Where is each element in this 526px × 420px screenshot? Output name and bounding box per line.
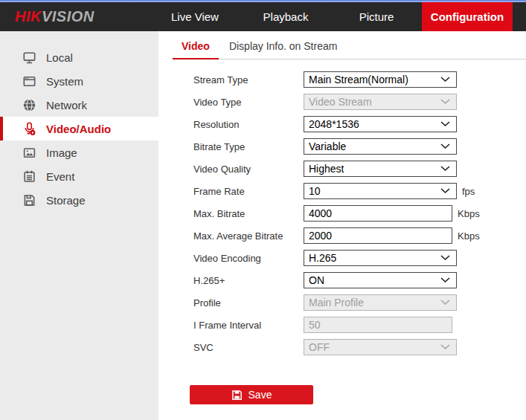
topbar: HIKVISION Live View Playback Picture Con…	[0, 2, 526, 31]
field-label: Bitrate Type	[193, 141, 304, 152]
field-control: 2048*1536	[304, 116, 457, 132]
resolution-select[interactable]: 2048*1536	[304, 116, 457, 132]
field-suffix: fps	[462, 186, 475, 197]
bitrate-type-row: Bitrate Type Variable	[158, 135, 526, 158]
field-control: OFF	[304, 339, 457, 355]
i-frame-interval-input	[304, 317, 452, 333]
chevron-down-icon	[440, 255, 452, 261]
h-265-select[interactable]: ON	[304, 272, 457, 288]
h-265-row: H.265+ ON	[158, 269, 526, 291]
tab-bar: Video Display Info. on Stream	[173, 31, 526, 59]
hikvision-config-screen: HIKVISION Live View Playback Picture Con…	[0, 0, 526, 420]
save-button-label: Save	[248, 389, 272, 401]
main-nav: Live View Playback Picture Configuration	[150, 2, 513, 31]
tab-display-info-on-stream[interactable]: Display Info. on Stream	[220, 40, 347, 59]
max-bitrate-input[interactable]	[304, 205, 452, 222]
nav-picture[interactable]: Picture	[331, 2, 422, 31]
storage-icon	[22, 193, 36, 207]
sidebar-item-label: System	[46, 75, 83, 88]
monitor-icon	[22, 51, 36, 65]
video-encoding-select[interactable]: H.265	[304, 250, 457, 266]
field-control: Main Stream(Normal)	[304, 71, 457, 88]
field-label: SVC	[193, 342, 304, 353]
field-suffix: Kbps	[458, 208, 480, 219]
content-panel: Video Display Info. on Stream Stream Typ…	[158, 31, 526, 420]
selected-value: Variable	[309, 140, 346, 152]
chevron-down-icon	[440, 143, 452, 149]
max-bitrate-row: Max. Bitrate Kbps	[158, 202, 526, 224]
field-control: Variable	[304, 138, 457, 155]
chevron-down-icon	[440, 277, 452, 283]
field-label: Video Quality	[193, 164, 304, 175]
sidebar-item-label: Network	[46, 99, 87, 112]
video-type-row: Video Type Video Stream	[158, 91, 526, 113]
frame-rate-row: Frame Rate 10 fps	[158, 180, 526, 202]
save-icon	[231, 390, 243, 401]
chevron-down-icon	[440, 166, 452, 172]
field-control: Main Profile	[304, 294, 457, 311]
field-control: H.265	[304, 250, 457, 266]
nav-live-view[interactable]: Live View	[150, 2, 240, 31]
chevron-down-icon	[440, 300, 452, 306]
chevron-down-icon	[440, 188, 452, 194]
sidebar-item-label: Video/Audio	[46, 123, 111, 135]
globe-icon	[22, 98, 36, 112]
selected-value: ON	[309, 274, 324, 286]
stream-type-select[interactable]: Main Stream(Normal)	[304, 71, 457, 88]
sidebar-item-label: Event	[46, 170, 74, 183]
microphone-icon	[22, 122, 36, 136]
sidebar-item-video-audio[interactable]: Video/Audio	[0, 117, 158, 140]
sidebar-item-local[interactable]: Local	[0, 45, 158, 69]
field-control	[304, 317, 452, 333]
selected-value: Video Stream	[309, 96, 372, 108]
page-body: Local System Network Video/Audio	[0, 31, 526, 420]
video-encoding-row: Video Encoding H.265	[158, 247, 526, 269]
profile-row: Profile Main Profile	[158, 291, 526, 314]
image-icon	[22, 146, 36, 160]
sidebar-item-network[interactable]: Network	[0, 93, 158, 117]
svc-select: OFF	[304, 339, 457, 355]
selected-value: Main Stream(Normal)	[309, 74, 408, 85]
field-label: Profile	[193, 297, 304, 308]
field-control: Video Stream	[304, 94, 457, 110]
sidebar-item-image[interactable]: Image	[0, 140, 158, 164]
event-icon	[22, 169, 36, 184]
field-control	[304, 205, 452, 222]
field-label: H.265+	[193, 275, 304, 286]
selected-value: Highest	[309, 163, 344, 175]
frame-rate-select[interactable]: 10	[304, 183, 457, 199]
sidebar-item-label: Local	[46, 51, 73, 64]
sidebar-item-storage[interactable]: Storage	[0, 188, 158, 212]
selected-value: 2048*1536	[309, 118, 359, 130]
chevron-down-icon	[440, 344, 452, 350]
nav-playback[interactable]: Playback	[240, 2, 331, 31]
sidebar-item-system[interactable]: System	[0, 69, 158, 93]
save-button[interactable]: Save	[190, 385, 313, 404]
bitrate-type-select[interactable]: Variable	[304, 138, 457, 155]
video-type-select: Video Stream	[304, 94, 457, 110]
video-settings-form: Stream Type Main Stream(Normal) Video Ty…	[158, 68, 526, 358]
field-label: Max. Bitrate	[193, 208, 304, 219]
field-label: Video Type	[193, 97, 304, 108]
nav-configuration[interactable]: Configuration	[422, 2, 513, 31]
field-control: ON	[304, 272, 457, 288]
field-control: Highest	[304, 161, 457, 177]
field-label: Stream Type	[193, 74, 304, 85]
stream-type-row: Stream Type Main Stream(Normal)	[158, 68, 526, 91]
field-label: Max. Average Bitrate	[193, 230, 304, 242]
sidebar-item-event[interactable]: Event	[0, 164, 158, 188]
field-label: Resolution	[193, 119, 304, 130]
video-quality-select[interactable]: Highest	[304, 161, 457, 177]
selected-value: OFF	[309, 341, 330, 353]
tab-video[interactable]: Video	[173, 40, 219, 59]
field-label: Frame Rate	[193, 186, 304, 197]
svc-row: SVC OFF	[158, 336, 526, 358]
logo-hik: HIK	[15, 8, 42, 25]
profile-select: Main Profile	[304, 294, 457, 311]
hikvision-logo: HIKVISION	[15, 8, 94, 25]
sidebar-item-label: Image	[46, 146, 77, 159]
resolution-row: Resolution 2048*1536	[158, 113, 526, 135]
field-label: Video Encoding	[193, 253, 304, 264]
max-average-bitrate-row: Max. Average Bitrate Kbps	[158, 224, 526, 247]
max-average-bitrate-input[interactable]	[304, 227, 452, 244]
